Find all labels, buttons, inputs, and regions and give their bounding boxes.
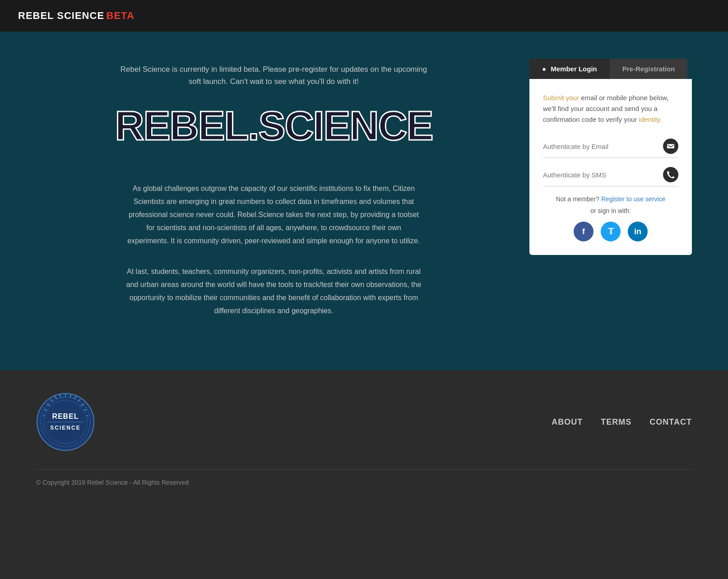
- header: REBEL SCIENCE BETA: [0, 0, 728, 32]
- facebook-login-button[interactable]: f: [574, 222, 594, 241]
- footer-about-link[interactable]: ABOUT: [552, 417, 583, 427]
- svg-text:REBEL: REBEL: [52, 412, 79, 420]
- left-content: Rebel Science is currently in limited be…: [36, 59, 511, 343]
- login-card: Submit your email or mobile phone below,…: [529, 79, 692, 255]
- copyright-text: © Copyright 2019 Rebel Science - All Rig…: [36, 479, 189, 486]
- social-buttons: f 𝕋 in: [543, 222, 678, 241]
- phone-handset-icon: [667, 171, 674, 178]
- sms-input[interactable]: [543, 171, 658, 179]
- tab-pre-registration[interactable]: Pre-Registration: [610, 59, 688, 79]
- email-icon: [663, 139, 678, 154]
- tab-member-login[interactable]: ● Member Login: [529, 59, 610, 79]
- card-subtitle: Submit your email or mobile phone below,…: [543, 93, 678, 125]
- not-member-text: Not a member? Register to use service: [543, 195, 678, 203]
- envelope-icon: [667, 143, 674, 150]
- beta-notice: Rebel Science is currently in limited be…: [121, 63, 427, 88]
- footer: REBEL SCIENCE ABOUT TERMS CONTACT © Copy…: [0, 370, 728, 500]
- linkedin-login-button[interactable]: in: [628, 222, 648, 241]
- logo: REBEL SCIENCE BETA: [18, 10, 134, 22]
- sms-input-row: [543, 167, 678, 186]
- main-content: Rebel Science is currently in limited be…: [0, 32, 728, 370]
- footer-contact-link[interactable]: CONTACT: [649, 417, 692, 427]
- email-input[interactable]: [543, 143, 658, 150]
- footer-logo: REBEL SCIENCE: [36, 393, 95, 451]
- card-subtitle-highlight2: identity.: [639, 116, 662, 123]
- right-panel: ● Member Login Pre-Registration Submit y…: [529, 59, 692, 343]
- register-link[interactable]: Register to use service: [601, 195, 665, 203]
- description-1: As global challenges outgrow the capacit…: [125, 182, 423, 247]
- big-title-container: REBEL.SCIENCE: [115, 106, 432, 164]
- footer-terms-link[interactable]: TERMS: [601, 417, 631, 427]
- card-subtitle-highlight: Submit your: [543, 94, 579, 102]
- tab-row: ● Member Login Pre-Registration: [529, 59, 692, 79]
- email-input-row: [543, 139, 678, 158]
- big-title: REBEL.SCIENCE: [115, 106, 432, 146]
- description-2: At last, students, teachers, community o…: [125, 265, 423, 317]
- sign-in-with: or sign in with:: [543, 207, 678, 214]
- twitter-login-button[interactable]: 𝕋: [601, 222, 621, 241]
- logo-beta-text: BETA: [107, 10, 134, 21]
- footer-bottom: © Copyright 2019 Rebel Science - All Rig…: [36, 469, 692, 486]
- logo-main-text: REBEL SCIENCE: [18, 10, 104, 21]
- svg-text:SCIENCE: SCIENCE: [50, 425, 80, 431]
- footer-nav: ABOUT TERMS CONTACT: [552, 417, 692, 427]
- user-icon: ●: [542, 65, 546, 73]
- footer-top: REBEL SCIENCE ABOUT TERMS CONTACT: [36, 393, 692, 451]
- phone-icon: [663, 167, 678, 182]
